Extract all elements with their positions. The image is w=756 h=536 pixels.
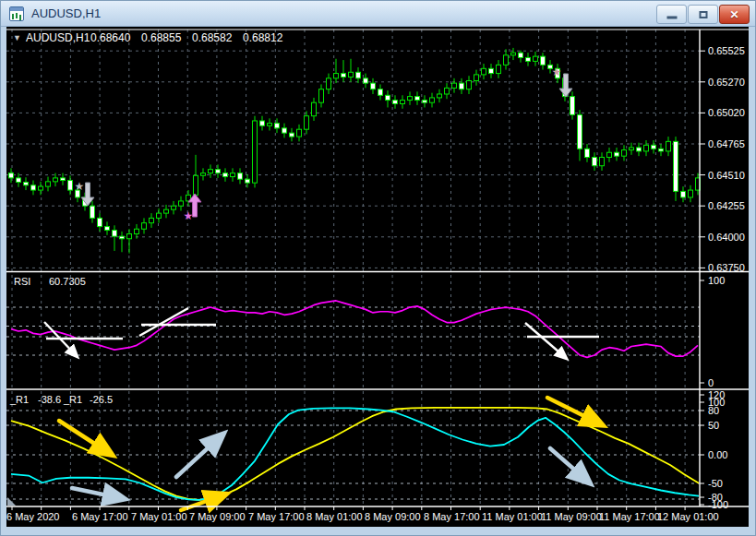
candle-body	[689, 190, 693, 197]
candle-body	[282, 128, 287, 133]
time-axis-label: 11 May 01:00	[482, 511, 543, 522]
time-axis-label: 11 May 09:00	[541, 511, 602, 522]
chart-canvas[interactable]: ★★★ 0.655250.652700.650200.647650.645100…	[6, 27, 749, 527]
candle-body	[593, 157, 597, 165]
time-axis-label: 8 May 09:00	[365, 511, 421, 522]
candle-body	[142, 223, 147, 230]
rsi-axis-label: 0	[708, 377, 714, 388]
candle-body	[275, 124, 280, 128]
candle-body	[607, 152, 612, 157]
candle-body	[622, 150, 627, 157]
axes-layer: 0.655250.652700.650200.647650.645100.642…	[6, 45, 745, 522]
window-title: AUDUSD,H1	[31, 6, 101, 20]
candle-body	[113, 231, 117, 237]
candle-body	[150, 218, 154, 222]
candle-body	[246, 179, 250, 183]
price-axis-label: 0.65270	[708, 77, 745, 88]
candle-body	[585, 149, 590, 157]
candle-body	[194, 175, 198, 195]
close-button[interactable]: ✕	[719, 5, 750, 24]
grid-layer	[6, 30, 700, 506]
restore-button[interactable]	[688, 5, 718, 24]
candle-body	[238, 173, 243, 180]
wpr-axis-label: 0.00	[708, 449, 727, 460]
candle-body	[401, 101, 405, 104]
candle-body	[526, 57, 531, 61]
candle-body	[386, 95, 390, 100]
price-axis-label: 0.64000	[708, 232, 745, 243]
series-layer	[9, 48, 701, 500]
rsi-indicator-value: 60.7305	[49, 276, 86, 287]
candle-body	[489, 68, 494, 73]
candle-body	[98, 218, 102, 226]
candle-body	[652, 145, 656, 149]
rsi-trendline[interactable]	[525, 323, 566, 358]
candle-body	[438, 94, 442, 98]
candle-body	[68, 181, 73, 191]
candle-body	[674, 141, 678, 191]
candle-body	[474, 75, 479, 81]
symbol-dropdown-icon[interactable]: ▼	[13, 33, 21, 42]
price-axis-label: 0.65525	[708, 45, 745, 56]
window-titlebar[interactable]: AUDUSD,H1 ✕	[1, 1, 755, 27]
candle-body	[164, 209, 169, 213]
wpr-trend-arrow[interactable]	[72, 488, 121, 498]
candle-body	[179, 201, 184, 206]
signal-star-icon[interactable]: ★	[184, 209, 194, 222]
candle-body	[17, 178, 21, 183]
candle-body	[497, 65, 501, 73]
time-axis-label: 7 May 09:00	[189, 511, 246, 522]
candle-body	[578, 114, 582, 149]
wpr-trend-arrow[interactable]	[550, 448, 587, 481]
candle-body	[157, 213, 162, 218]
candle-body	[445, 88, 450, 94]
signal-star-icon[interactable]: ★	[75, 180, 85, 193]
candle-body	[172, 206, 176, 209]
restore-icon	[699, 11, 707, 18]
candle-body	[460, 83, 464, 89]
candle-body	[519, 53, 523, 57]
candle-body	[253, 121, 258, 183]
candle-body	[327, 78, 331, 89]
minimize-icon	[666, 17, 677, 19]
time-axis-label: 7 May 01:00	[131, 511, 187, 522]
candle-body	[364, 78, 368, 83]
chart-window-icon	[9, 6, 24, 21]
candle-body	[31, 185, 36, 190]
candle-body	[659, 149, 664, 151]
candle-body	[378, 89, 383, 96]
close-icon: ✕	[729, 9, 738, 20]
chart-area[interactable]: ★★★ 0.655250.652700.650200.647650.645100…	[6, 27, 749, 527]
candle-body	[223, 173, 228, 177]
candle-body	[504, 55, 509, 66]
candle-body	[216, 170, 221, 173]
wpr-trend-arrow[interactable]	[176, 436, 221, 477]
candle-body	[356, 72, 361, 78]
price-axis-label: 0.64765	[708, 138, 745, 149]
info-line-open: 0.68640	[90, 31, 131, 44]
candle-body	[319, 89, 324, 102]
candle-body	[46, 182, 51, 186]
candle-body	[305, 116, 309, 129]
candle-body	[9, 173, 14, 178]
signal-star-icon[interactable]: ★	[552, 66, 562, 78]
minimize-button[interactable]	[656, 5, 687, 24]
candle-body	[408, 97, 413, 101]
candle-body	[644, 145, 649, 151]
candle-body	[511, 53, 516, 55]
info-line-symbol: AUDUSD,H1	[26, 31, 90, 44]
rsi-trendline[interactable]	[139, 308, 188, 336]
candle-body	[201, 173, 206, 176]
price-axis-label: 0.65020	[708, 107, 745, 118]
panel-resize-grip[interactable]	[7, 497, 16, 506]
candle-body	[467, 80, 472, 89]
candle-body	[637, 148, 642, 151]
candle-body	[120, 236, 125, 239]
candle-body	[423, 101, 427, 103]
candle-body	[430, 98, 435, 102]
candle-body	[90, 206, 95, 218]
candle-body	[681, 191, 686, 197]
candle-body	[127, 234, 132, 239]
wpr-axis-label: 50	[708, 420, 719, 431]
rsi-line	[11, 301, 698, 357]
